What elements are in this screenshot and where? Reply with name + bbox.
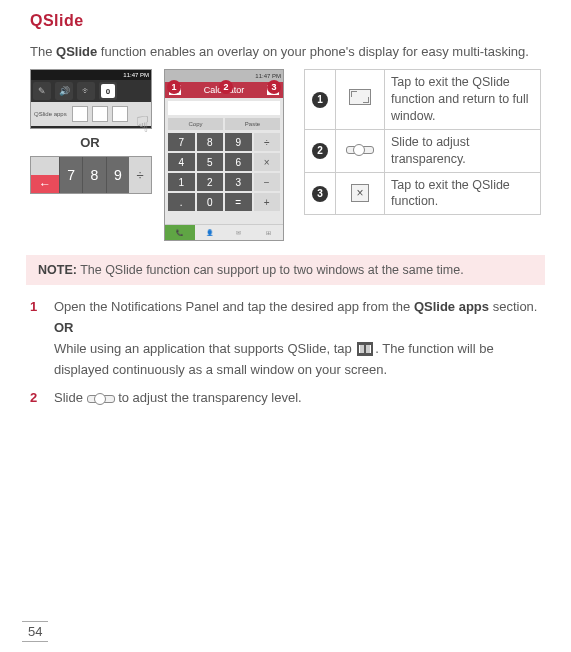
legend-text-3: Tap to exit the QSlide function. bbox=[385, 172, 541, 215]
note-box: NOTE: The QSlide function can support up… bbox=[26, 255, 545, 285]
slider-icon bbox=[346, 146, 374, 154]
intro-paragraph: The QSlide function enables an overlay o… bbox=[30, 43, 541, 61]
notification-panel-mock: 11:47 PM ✎ 🔊 ᯤ 0 QSlide apps bbox=[30, 69, 152, 129]
fullscreen-icon bbox=[349, 89, 371, 105]
step1-line2-pre: While using an application that supports… bbox=[54, 341, 355, 356]
qslide-app-icon bbox=[92, 106, 108, 122]
calc-display bbox=[168, 101, 280, 115]
step1-line1-pre: Open the Notifications Panel and tap the… bbox=[54, 299, 414, 314]
back-icon: ← bbox=[31, 175, 59, 193]
calc-key: − bbox=[254, 173, 281, 191]
calculator-mock: 11:47 PM 1 ⛶ Calculator 2 × 3 Copy Paste bbox=[164, 69, 284, 241]
qslide-apps-label: QSlide apps bbox=[34, 111, 67, 117]
messaging-dock-icon: ✉ bbox=[224, 224, 254, 240]
paste-button: Paste bbox=[225, 118, 280, 130]
step-number-2: 2 bbox=[30, 388, 54, 409]
calc-key: ÷ bbox=[254, 133, 281, 151]
calc-key: × bbox=[254, 153, 281, 171]
slider-icon bbox=[87, 395, 115, 403]
qslide-icon bbox=[357, 342, 373, 356]
wifi-icon: ᯤ bbox=[77, 82, 95, 100]
step-number-1: 1 bbox=[30, 297, 54, 380]
calc-key: 6 bbox=[225, 153, 252, 171]
close-icon: × bbox=[351, 184, 369, 202]
note-text: The QSlide function can support up to tw… bbox=[77, 263, 464, 277]
intro-pre: The bbox=[30, 44, 56, 59]
legend-table: 1 Tap to exit the QSlide function and re… bbox=[304, 69, 541, 215]
section-title: QSlide bbox=[30, 12, 541, 30]
bluetooth-icon: 0 bbox=[99, 82, 117, 100]
step1-line1-post: section. bbox=[489, 299, 537, 314]
calc-key: 5 bbox=[197, 153, 224, 171]
copy-button: Copy bbox=[168, 118, 223, 130]
intro-post: function enables an overlay on your phon… bbox=[97, 44, 529, 59]
legend-row: 1 Tap to exit the QSlide function and re… bbox=[305, 70, 541, 130]
intro-bold: QSlide bbox=[56, 44, 97, 59]
calc-key: 0 bbox=[197, 193, 224, 211]
quickmemo-icon: ✎ bbox=[33, 82, 51, 100]
calc-key: 2 bbox=[197, 173, 224, 191]
key-divide: ÷ bbox=[129, 157, 151, 193]
calc-grid: 7 8 9 ÷ 4 5 6 × 1 2 3 − . 0 = bbox=[168, 133, 280, 211]
calc-key: 4 bbox=[168, 153, 195, 171]
calc-key: 8 bbox=[197, 133, 224, 151]
qslide-app-icon bbox=[72, 106, 88, 122]
apps-dock-icon: ⊞ bbox=[254, 224, 284, 240]
calc-key: 7 bbox=[168, 133, 195, 151]
step1-or: OR bbox=[54, 320, 74, 335]
key-7: 7 bbox=[59, 157, 82, 193]
or-label: OR bbox=[30, 135, 150, 150]
legend-row: 3 × Tap to exit the QSlide function. bbox=[305, 172, 541, 215]
sound-icon: 🔊 bbox=[55, 82, 73, 100]
phone-dock-icon: 📞 bbox=[165, 224, 195, 240]
legend-text-1: Tap to exit the QSlide function and retu… bbox=[385, 70, 541, 130]
calc-key: + bbox=[254, 193, 281, 211]
step1-line1-bold: QSlide apps bbox=[414, 299, 489, 314]
qslide-app-icon bbox=[112, 106, 128, 122]
legend-text-2: Slide to adjust transparency. bbox=[385, 129, 541, 172]
calculator-strip-mock: ← 7 8 9 ÷ bbox=[30, 156, 152, 194]
legend-row: 2 Slide to adjust transparency. bbox=[305, 129, 541, 172]
calc-key: 1 bbox=[168, 173, 195, 191]
note-label: NOTE: bbox=[38, 263, 77, 277]
calc-key: 9 bbox=[225, 133, 252, 151]
page-number: 54 bbox=[22, 621, 48, 642]
key-9: 9 bbox=[106, 157, 129, 193]
calc-key: = bbox=[225, 193, 252, 211]
status-time: 11:47 PM bbox=[123, 72, 149, 78]
legend-number-2: 2 bbox=[312, 143, 328, 159]
legend-number-3: 3 bbox=[312, 186, 328, 202]
key-8: 8 bbox=[82, 157, 105, 193]
hand-pointer-icon: ☟ bbox=[136, 112, 149, 138]
calc-key: 3 bbox=[225, 173, 252, 191]
step2-post: to adjust the transparency level. bbox=[115, 390, 302, 405]
contacts-dock-icon: 👤 bbox=[195, 224, 225, 240]
screenshot-column: 11:47 PM ✎ 🔊 ᯤ 0 QSlide apps bbox=[30, 69, 292, 241]
status-time: 11:47 PM bbox=[255, 73, 281, 79]
step2-pre: Slide bbox=[54, 390, 87, 405]
step-1: 1 Open the Notifications Panel and tap t… bbox=[30, 297, 541, 380]
step-2: 2 Slide to adjust the transparency level… bbox=[30, 388, 541, 409]
calc-key: . bbox=[168, 193, 195, 211]
legend-number-1: 1 bbox=[312, 92, 328, 108]
